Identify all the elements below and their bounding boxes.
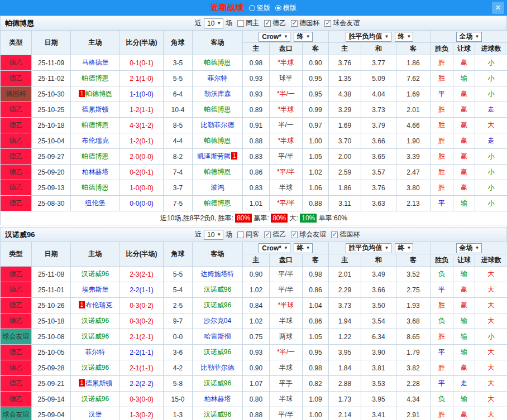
- team-link[interactable]: 比勒菲尔德: [201, 364, 235, 371]
- same-venue-checkbox[interactable]: 同客: [237, 230, 259, 239]
- home-team-cell: 汉诺威96: [71, 267, 120, 282]
- team-link[interactable]: 帕德博恩: [204, 137, 231, 144]
- team-link[interactable]: 柏林赫塔: [82, 168, 109, 176]
- team-link[interactable]: 凯泽斯劳腾1: [197, 152, 238, 160]
- score-cell[interactable]: 2-1(1-0): [120, 71, 164, 86]
- bookmaker-select[interactable]: Crow*▼: [259, 32, 290, 42]
- team-link[interactable]: 沙尔克04: [204, 317, 231, 325]
- team-link[interactable]: 比勒菲尔德: [201, 121, 235, 129]
- team-link[interactable]: 埃弗斯堡: [82, 286, 109, 293]
- summary-rate-badge: 80%: [271, 214, 288, 223]
- odds-home-win: 2.00: [329, 149, 361, 165]
- team-link[interactable]: 1德累斯顿: [78, 379, 112, 387]
- score-cell[interactable]: 2-2(1-1): [120, 345, 164, 360]
- team-link[interactable]: 汉诺威96: [204, 348, 231, 356]
- team-link[interactable]: 帕德博恩: [82, 74, 109, 82]
- result-handicap: 输: [453, 313, 475, 329]
- score-cell[interactable]: 0-3(0-0): [120, 392, 164, 407]
- col-header-home: 主场: [71, 242, 120, 267]
- team-link[interactable]: 菲尔特: [85, 348, 106, 356]
- odds-home-win: 1.86: [329, 180, 361, 196]
- bookmaker-select[interactable]: Crow*▼: [259, 243, 290, 253]
- league-checkbox[interactable]: 德国杯: [331, 230, 360, 239]
- league-checkbox[interactable]: 德乙: [264, 230, 286, 239]
- wdl-final-select[interactable]: 终▼: [395, 32, 414, 42]
- score-cell[interactable]: 2-2(2-2): [120, 376, 164, 392]
- same-venue-checkbox[interactable]: 同主: [237, 18, 259, 28]
- team-link[interactable]: 布伦瑞克: [82, 137, 109, 144]
- score-cell[interactable]: 1-2(0-1): [120, 133, 164, 149]
- score-cell[interactable]: 2-3(2-1): [120, 267, 164, 282]
- score-cell[interactable]: 1-1(0-0): [120, 86, 164, 102]
- result-goals: 小: [475, 165, 507, 180]
- odds-away-win: 7.62: [396, 71, 431, 86]
- team-link[interactable]: 帕德博恩: [82, 152, 109, 160]
- layout-horizontal-radio[interactable]: 横版: [275, 3, 296, 13]
- score-cell[interactable]: 0-1(0-1): [120, 55, 164, 71]
- team-link[interactable]: 汉诺威96: [204, 379, 231, 387]
- team-link[interactable]: 哈雷斯彻: [204, 332, 231, 340]
- team-link[interactable]: 汉诺威96: [82, 395, 109, 403]
- team-link[interactable]: 汉诺威96: [82, 270, 109, 278]
- league-checkbox[interactable]: 德国杯: [291, 18, 319, 28]
- team-link[interactable]: 菲尔特: [208, 74, 228, 82]
- team-link[interactable]: 帕德博恩: [204, 105, 231, 113]
- match-count-select[interactable]: 10▼: [204, 230, 223, 240]
- team-link[interactable]: 勒沃库森: [204, 90, 231, 98]
- score-cell[interactable]: 4-3(1-2): [120, 118, 164, 133]
- odds-draw: 4.04: [361, 86, 396, 102]
- score-cell[interactable]: 0-3(0-2): [120, 298, 164, 313]
- away-team-cell: 凯泽斯劳腾1: [193, 149, 243, 165]
- close-button[interactable]: ✕: [492, 2, 504, 14]
- team-link[interactable]: 帕德博恩: [204, 168, 231, 176]
- score-cell[interactable]: 0-3(0-2): [120, 313, 164, 329]
- team-link[interactable]: 1帕德博恩: [78, 90, 112, 98]
- scope-select[interactable]: 全场▼: [456, 243, 482, 253]
- handicap-final-select[interactable]: 终▼: [294, 243, 313, 253]
- score-cell[interactable]: 1-0(0-0): [120, 180, 164, 196]
- match-row: 德乙 25-10-04 布伦瑞克 1-2(0-1) 4-4 帕德博恩 0.88 …: [1, 133, 507, 149]
- wdl-final-select[interactable]: 终▼: [395, 243, 414, 253]
- team-link[interactable]: 德累斯顿: [82, 105, 109, 113]
- score-cell[interactable]: 0-2(0-1): [120, 165, 164, 180]
- checkbox-icon: [264, 20, 271, 27]
- team-link[interactable]: 汉诺威96: [204, 411, 231, 418]
- team-link[interactable]: 波鸿: [211, 184, 224, 191]
- layout-vertical-radio[interactable]: 竖版: [249, 3, 270, 13]
- team-link[interactable]: 帕德博恩: [204, 59, 231, 66]
- score-cell[interactable]: 2-2(1-1): [120, 282, 164, 298]
- team-link[interactable]: 汉堡: [89, 411, 102, 418]
- team-link[interactable]: 帕德博恩: [204, 199, 231, 207]
- team-link[interactable]: 汉诺威96: [82, 364, 109, 371]
- team-link[interactable]: 帕德博恩: [82, 121, 109, 129]
- wdl-mean-select[interactable]: 胜平负均值▼: [346, 243, 391, 253]
- team-link[interactable]: 马格德堡: [82, 59, 109, 66]
- score-cell[interactable]: 2-1(1-1): [120, 360, 164, 376]
- team-link[interactable]: 汉诺威96: [204, 286, 231, 293]
- league-checkbox[interactable]: 德乙: [264, 18, 286, 28]
- handicap-final-select[interactable]: 终▼: [294, 32, 313, 42]
- score-cell[interactable]: 0-0(0-0): [120, 196, 164, 211]
- team-link[interactable]: 汉诺威96: [82, 332, 109, 340]
- team-link[interactable]: 帕德博恩: [82, 184, 109, 191]
- match-count-select[interactable]: 10▼: [204, 18, 223, 28]
- matches-table: 类型 日期 主场 比分(半场) 角球 客场 Crow*▼终▼ 胜平负均值▼终▼ …: [0, 242, 507, 420]
- team-link[interactable]: 汉诺威96: [82, 317, 109, 325]
- team-link[interactable]: 纽伦堡: [85, 199, 106, 207]
- team-link[interactable]: 柏林赫塔: [204, 395, 231, 403]
- score-cell[interactable]: 2-0(0-0): [120, 149, 164, 165]
- score-cell[interactable]: 2-1(2-1): [120, 329, 164, 345]
- team-link[interactable]: 汉诺威96: [204, 301, 231, 309]
- league-checkbox[interactable]: 球会友谊: [324, 18, 360, 28]
- scope-select[interactable]: 全场▼: [456, 32, 482, 42]
- score-cell[interactable]: 1-3(0-2): [120, 407, 164, 420]
- score-cell[interactable]: 1-2(1-1): [120, 102, 164, 118]
- wdl-mean-select[interactable]: 胜平负均值▼: [346, 32, 391, 42]
- odds-draw: 3.77: [361, 55, 396, 71]
- league-checkbox[interactable]: 球会友谊: [291, 230, 326, 239]
- odds-draw: 3.50: [361, 298, 396, 313]
- team-section: 汉诺威96 近 10▼ 场 同客 德乙球会友谊德国杯 类型 日期 主场 比分(半…: [0, 227, 507, 420]
- team-link[interactable]: 达姆施塔特: [201, 270, 235, 278]
- team-link[interactable]: 1布伦瑞克: [78, 301, 112, 309]
- result-goals: 大: [475, 407, 507, 420]
